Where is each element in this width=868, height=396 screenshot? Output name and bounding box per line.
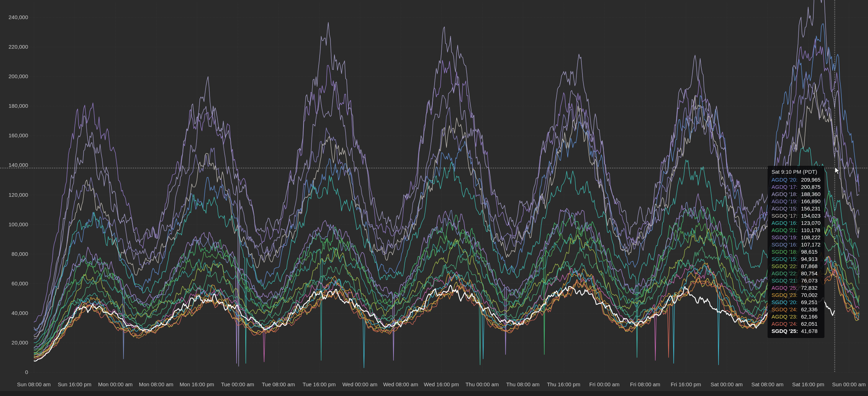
tooltip-series-row: AGDQ '21:110,178 (772, 227, 820, 234)
tooltip-series-row: SGDQ '17:154,023 (772, 212, 820, 219)
tooltip-series-name: AGDQ '19: (772, 198, 801, 205)
tooltip-series-row: SGDQ '18:98,615 (772, 248, 820, 255)
tooltip-series-value: 80,754 (801, 270, 818, 277)
tooltip-series-row: SGDQ '16:107,172 (772, 241, 820, 248)
tooltip-series-name: AGDQ '17: (772, 183, 801, 191)
tooltip-series-name: AGDQ '16: (772, 219, 801, 227)
tooltip-series-row: AGDQ '20:209,965 (772, 176, 820, 183)
tooltip-series-name: AGDQ '22: (772, 270, 801, 277)
chart-tooltip: Sat 9:10 PM (PDT) AGDQ '20:209,965AGDQ '… (768, 166, 824, 338)
tooltip-series-value: 209,965 (801, 176, 820, 183)
tooltip-series-name: AGDQ '15: (772, 205, 801, 212)
tooltip-series-value: 98,615 (801, 248, 818, 255)
viewership-chart-canvas[interactable] (0, 0, 868, 396)
tooltip-series-value: 200,875 (801, 183, 820, 191)
tooltip-series-row: SGDQ '19:108,222 (772, 234, 820, 241)
tooltip-series-value: 62,336 (801, 306, 818, 313)
tooltip-series-name: AGDQ '25: (772, 284, 801, 292)
tooltip-series-name: SGDQ '24: (772, 306, 801, 313)
tooltip-series-row: AGDQ '18:188,360 (772, 191, 820, 198)
tooltip-series-value: 108,222 (801, 234, 820, 241)
tooltip-series-row: AGDQ '17:200,875 (772, 183, 820, 191)
tooltip-series-row: AGDQ '23:62,166 (772, 313, 820, 320)
tooltip-series-name: SGDQ '25: (772, 328, 801, 335)
tooltip-series-row: AGDQ '19:166,890 (772, 198, 820, 205)
tooltip-series-value: 70,002 (801, 292, 818, 299)
bottom-strip (0, 391, 868, 396)
tooltip-series-name: AGDQ '23: (772, 313, 801, 320)
tooltip-series-name: SGDQ '17: (772, 212, 801, 219)
tooltip-series-name: SGDQ '16: (772, 241, 801, 248)
tooltip-series-name: AGDQ '18: (772, 191, 801, 198)
tooltip-series-row: AGDQ '16:123,070 (772, 219, 820, 227)
tooltip-series-value: 154,023 (801, 212, 820, 219)
tooltip-series-name: AGDQ '24: (772, 320, 801, 328)
gdq-viewership-chart: Sat 9:10 PM (PDT) AGDQ '20:209,965AGDQ '… (0, 0, 868, 396)
tooltip-series-row: SGDQ '21:76,073 (772, 277, 820, 284)
tooltip-series-value: 166,890 (801, 198, 820, 205)
tooltip-series-value: 123,070 (801, 219, 820, 227)
tooltip-series-name: SGDQ '23: (772, 292, 801, 299)
tooltip-series-name: SGDQ '19: (772, 234, 801, 241)
tooltip-series-value: 188,360 (801, 191, 820, 198)
tooltip-series-row: SGDQ '23:70,002 (772, 292, 820, 299)
tooltip-timestamp: Sat 9:10 PM (PDT) (772, 168, 820, 175)
tooltip-series-value: 156,231 (801, 205, 820, 212)
tooltip-series-row: SGDQ '24:62,336 (772, 306, 820, 313)
tooltip-series-name: SGDQ '18: (772, 248, 801, 255)
tooltip-series-name: SGDQ '20: (772, 299, 801, 306)
tooltip-series-name: SGDQ '15: (772, 255, 801, 263)
tooltip-series-row: SGDQ '22:87,868 (772, 263, 820, 270)
tooltip-series-value: 94,913 (801, 255, 818, 263)
tooltip-series-row: AGDQ '22:80,754 (772, 270, 820, 277)
tooltip-rows: AGDQ '20:209,965AGDQ '17:200,875AGDQ '18… (772, 176, 820, 335)
tooltip-series-value: 110,178 (801, 227, 820, 234)
tooltip-series-value: 62,166 (801, 313, 818, 320)
tooltip-series-name: SGDQ '21: (772, 277, 801, 284)
tooltip-series-row: AGDQ '25:72,832 (772, 284, 820, 292)
tooltip-series-value: 76,073 (801, 277, 818, 284)
tooltip-series-name: AGDQ '20: (772, 176, 801, 183)
tooltip-series-value: 72,832 (801, 284, 818, 292)
mouse-cursor-icon (833, 166, 842, 175)
tooltip-series-value: 87,868 (801, 263, 818, 270)
tooltip-series-value: 69,251 (801, 299, 818, 306)
tooltip-series-value: 62,051 (801, 320, 818, 328)
tooltip-series-name: AGDQ '21: (772, 227, 801, 234)
tooltip-series-name: SGDQ '22: (772, 263, 801, 270)
tooltip-series-row: SGDQ '15:94,913 (772, 255, 820, 263)
tooltip-series-value: 107,172 (801, 241, 820, 248)
tooltip-series-row: SGDQ '20:69,251 (772, 299, 820, 306)
tooltip-series-row: SGDQ '25:41,678 (772, 328, 820, 335)
tooltip-series-row: AGDQ '24:62,051 (772, 320, 820, 328)
tooltip-series-value: 41,678 (801, 328, 818, 335)
tooltip-series-row: AGDQ '15:156,231 (772, 205, 820, 212)
